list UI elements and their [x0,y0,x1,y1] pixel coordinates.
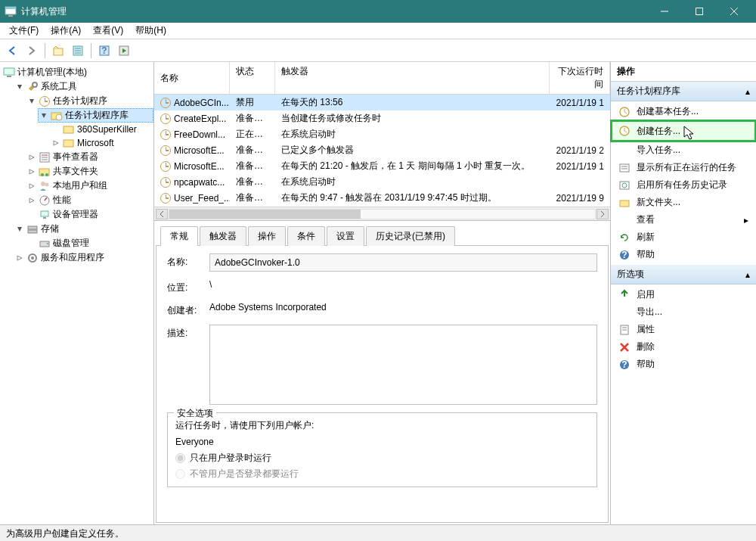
props-icon [618,324,631,336]
action-item[interactable]: 查看▸ [611,211,756,229]
svg-point-39 [31,257,34,260]
chevron-right-icon: ▸ [744,215,748,225]
properties-button[interactable] [69,42,87,60]
tab-general[interactable]: 常规 [160,226,198,246]
minimize-button[interactable] [647,0,682,23]
folder-clock-icon [51,110,63,122]
back-button[interactable] [3,42,21,60]
col-nextrun[interactable]: 下次运行时间 [550,62,610,94]
task-row[interactable]: AdobeGCIn... 禁用 在每天的 13:56 2021/1/19 1 [154,95,610,110]
tab-history[interactable]: 历史记录(已禁用) [366,226,455,246]
expand-icon[interactable] [15,253,24,263]
svg-point-19 [56,114,62,120]
action-item[interactable]: 启用 [611,286,756,303]
actions-group-selected[interactable]: 所选项 ▴ [611,265,756,284]
task-row[interactable]: CreateExpl... 准备就绪 当创建任务或修改任务时 [154,110,610,126]
action-item[interactable]: 导入任务... [611,141,756,159]
radio-whether-logged[interactable]: 不管用户是否登录都要运行 [175,468,589,480]
task-row[interactable]: MicrosoftE... 准备就绪 在每天的 21:20 - 触发后，在 1 … [154,158,610,174]
svg-point-17 [33,82,37,87]
close-button[interactable] [717,0,751,23]
expand-icon[interactable] [51,138,60,148]
disk-icon [39,238,51,250]
task-list[interactable]: 名称 状态 触发器 下次运行时间 AdobeGCIn... 禁用 在每天的 13… [154,62,610,221]
collapse-icon[interactable] [39,111,48,120]
tree-device-manager[interactable]: 设备管理器 [26,207,153,222]
tree-event-viewer[interactable]: 事件查看器 [26,150,153,164]
svg-rect-4 [696,8,703,15]
col-name[interactable]: 名称 [154,62,230,94]
help-icon: ? [618,359,631,371]
svg-point-29 [41,182,45,186]
list-icon [618,162,631,174]
scroll-left-icon[interactable] [156,209,168,219]
tree-local-users[interactable]: 本地用户和组 [26,179,153,193]
action-item[interactable]: ?帮助 [611,246,756,263]
navigation-tree[interactable]: 计算机管理(本地) 系统工具 [0,62,154,524]
tree-performance[interactable]: 性能 [26,193,153,207]
expand-icon[interactable] [27,196,36,205]
tab-settings[interactable]: 设置 [327,226,364,246]
help-button[interactable]: ? [95,42,113,60]
basic-icon [618,106,631,118]
collapse-icon[interactable] [15,82,24,92]
forward-button[interactable] [23,42,41,60]
tab-actions[interactable]: 操作 [248,226,286,246]
tree-folder-360[interactable]: 360SuperKiller [50,123,153,136]
action-item[interactable]: 新文件夹... [611,194,756,211]
action-item[interactable]: 创建基本任务... [611,103,756,120]
tree-system-tools[interactable]: 系统工具 [14,79,153,94]
action-item[interactable]: 删除 [611,338,756,356]
scroll-thumb[interactable] [169,210,361,219]
actions-group-library[interactable]: 任务计划程序库 ▴ [611,82,756,101]
collapse-icon[interactable] [15,225,24,234]
expand-icon[interactable] [27,167,36,176]
scroll-right-icon[interactable] [596,209,609,219]
expand-icon[interactable] [27,153,36,162]
tree-root[interactable]: 计算机管理(本地) [2,65,153,79]
run-button[interactable] [115,42,133,60]
action-item[interactable]: 刷新 [611,229,756,246]
tree-task-scheduler[interactable]: 任务计划程序 [26,94,153,108]
tree-folder-microsoft[interactable]: Microsoft [50,136,153,150]
value-location: \ [209,279,597,290]
action-item[interactable]: 创建任务... [611,120,756,141]
svg-rect-15 [4,68,14,75]
svg-rect-7 [54,48,63,55]
menu-file[interactable]: 文件(F) [3,23,45,39]
tree-services[interactable]: 服务和应用程序 [14,250,153,265]
menu-help[interactable]: 帮助(H) [129,23,172,39]
status-text: 为高级用户创建自定义任务。 [6,528,124,539]
tree-storage[interactable]: 存储 [14,222,153,236]
tree-disk-mgmt[interactable]: 磁盘管理 [26,236,153,250]
tree-shared-folders[interactable]: 共享文件夹 [26,164,153,179]
maximize-button[interactable] [682,0,717,23]
action-item[interactable]: 启用所有任务历史记录 [611,176,756,194]
up-button[interactable] [49,42,67,60]
collapse-icon[interactable]: ▴ [745,269,750,280]
none-icon [618,306,631,319]
expand-icon[interactable] [27,182,36,191]
action-item[interactable]: 导出... [611,303,756,321]
menu-view[interactable]: 查看(V) [87,23,129,39]
tab-triggers[interactable]: 触发器 [200,226,246,246]
value-name: AdobeGCInvoker-1.0 [209,253,597,272]
tree-task-library[interactable]: 任务计划程序库 [38,108,153,123]
app-icon [5,5,17,17]
collapse-icon[interactable] [27,97,36,106]
col-triggers[interactable]: 触发器 [275,62,550,94]
action-item[interactable]: 显示所有正在运行的任务 [611,159,756,176]
horizontal-scrollbar[interactable] [154,207,610,220]
task-row[interactable]: User_Feed_... 准备就绪 在每天的 9:47 - 触发器在 2031… [154,190,610,206]
action-item[interactable]: ?帮助 [611,356,756,373]
menu-action[interactable]: 操作(A) [45,23,87,39]
collapse-icon[interactable]: ▴ [745,86,750,97]
tab-conditions[interactable]: 条件 [287,226,325,246]
task-row[interactable]: MicrosoftE... 准备就绪 已定义多个触发器 2021/1/19 2 [154,142,610,158]
toolbar: ? [0,39,756,62]
col-status[interactable]: 状态 [230,62,275,94]
action-item[interactable]: 属性 [611,321,756,338]
task-row[interactable]: npcapwatc... 准备就绪 在系统启动时 [154,174,610,190]
task-row[interactable]: FreeDownl... 正在运行 在系统启动时 [154,126,610,142]
radio-logged-on[interactable]: 只在用户登录时运行 [175,452,589,465]
